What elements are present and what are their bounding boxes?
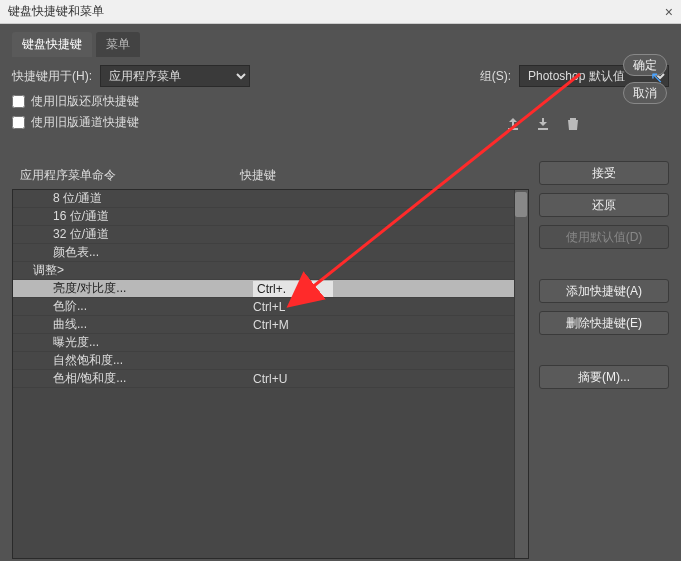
legacy-channel-label: 使用旧版通道快捷键 bbox=[31, 114, 139, 131]
legacy-undo-checkbox[interactable] bbox=[12, 95, 25, 108]
shortcut-value: Ctrl+M bbox=[253, 318, 522, 332]
command-label: 曝光度... bbox=[53, 334, 253, 351]
tab-shortcuts[interactable]: 键盘快捷键 bbox=[12, 32, 92, 57]
shortcut-value: Ctrl+L bbox=[253, 300, 522, 314]
shortcut-value: Ctrl+U bbox=[253, 372, 522, 386]
trash-icon[interactable] bbox=[565, 116, 581, 132]
legacy-channel-checkbox[interactable] bbox=[12, 116, 25, 129]
tab-menus[interactable]: 菜单 bbox=[96, 32, 140, 57]
list-row[interactable]: 色相/饱和度...Ctrl+U bbox=[13, 370, 528, 388]
delete-shortcut-button[interactable]: 删除快捷键(E) bbox=[539, 311, 669, 335]
command-label: 16 位/通道 bbox=[53, 208, 253, 225]
command-label: 自然饱和度... bbox=[53, 352, 253, 369]
command-label: 亮度/对比度... bbox=[53, 280, 253, 297]
accept-button[interactable]: 接受 bbox=[539, 161, 669, 185]
list-row[interactable]: 颜色表... bbox=[13, 244, 528, 262]
window-title: 键盘快捷键和菜单 bbox=[8, 3, 104, 20]
use-default-button[interactable]: 使用默认值(D) bbox=[539, 225, 669, 249]
list-row[interactable]: 亮度/对比度... bbox=[13, 280, 528, 298]
shortcut-input[interactable] bbox=[253, 281, 333, 297]
ok-button[interactable]: 确定 bbox=[623, 54, 667, 76]
titlebar: 键盘快捷键和菜单 × bbox=[0, 0, 681, 24]
close-icon[interactable]: × bbox=[665, 4, 673, 20]
list-row[interactable]: 色阶...Ctrl+L bbox=[13, 298, 528, 316]
header-shortcut: 快捷键 bbox=[240, 167, 521, 184]
shortcuts-for-label: 快捷键用于(H): bbox=[12, 68, 92, 85]
list-row[interactable]: 32 位/通道 bbox=[13, 226, 528, 244]
shortcuts-for-dropdown[interactable]: 应用程序菜单 bbox=[100, 65, 250, 87]
command-label: 8 位/通道 bbox=[53, 190, 253, 207]
list-row[interactable]: 8 位/通道 bbox=[13, 190, 528, 208]
tabs: 键盘快捷键 菜单 bbox=[12, 32, 669, 57]
list-row[interactable]: 调整> bbox=[13, 262, 528, 280]
command-label: 调整> bbox=[33, 262, 233, 279]
command-label: 色相/饱和度... bbox=[53, 370, 253, 387]
undo-button[interactable]: 还原 bbox=[539, 193, 669, 217]
add-shortcut-button[interactable]: 添加快捷键(A) bbox=[539, 279, 669, 303]
cancel-button[interactable]: 取消 bbox=[623, 82, 667, 104]
import-set-icon[interactable] bbox=[535, 116, 551, 132]
list-row[interactable]: 曲线...Ctrl+M bbox=[13, 316, 528, 334]
scrollbar-thumb[interactable] bbox=[515, 192, 527, 217]
command-label: 色阶... bbox=[53, 298, 253, 315]
shortcut-value[interactable] bbox=[253, 281, 522, 297]
list-row[interactable]: 曝光度... bbox=[13, 334, 528, 352]
header-command: 应用程序菜单命令 bbox=[20, 167, 240, 184]
set-label: 组(S): bbox=[480, 68, 511, 85]
list-row[interactable]: 16 位/通道 bbox=[13, 208, 528, 226]
list-header: 应用程序菜单命令 快捷键 bbox=[12, 161, 529, 189]
summarize-button[interactable]: 摘要(M)... bbox=[539, 365, 669, 389]
command-list[interactable]: 8 位/通道16 位/通道32 位/通道颜色表...调整>亮度/对比度...色阶… bbox=[12, 189, 529, 559]
command-label: 颜色表... bbox=[53, 244, 253, 261]
scrollbar[interactable] bbox=[514, 190, 528, 558]
command-label: 曲线... bbox=[53, 316, 253, 333]
list-row[interactable]: 自然饱和度... bbox=[13, 352, 528, 370]
command-label: 32 位/通道 bbox=[53, 226, 253, 243]
legacy-undo-label: 使用旧版还原快捷键 bbox=[31, 93, 139, 110]
export-set-icon[interactable] bbox=[505, 116, 521, 132]
